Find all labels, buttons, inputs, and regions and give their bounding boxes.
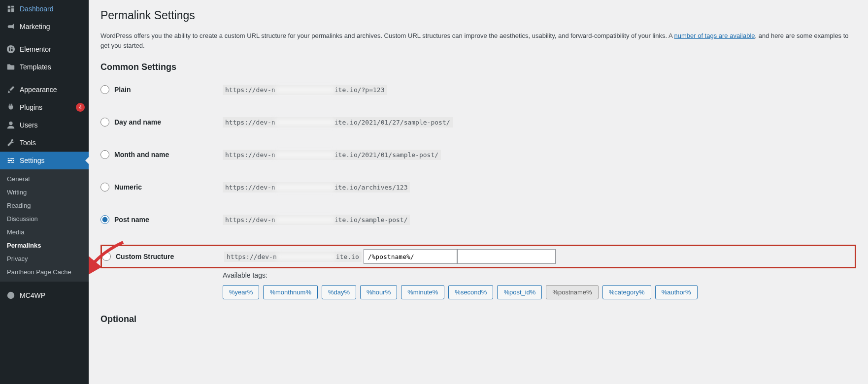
option-row-post-name: Post name https://dev-nxxxxxxxxxxite.io/… bbox=[100, 212, 856, 227]
submenu-item-general[interactable]: General bbox=[0, 172, 89, 186]
user-icon bbox=[6, 120, 16, 130]
sidebar-item-plugins[interactable]: Plugins 4 bbox=[0, 98, 89, 116]
wrench-icon bbox=[6, 138, 16, 148]
submenu-item-writing[interactable]: Writing bbox=[0, 186, 89, 199]
option-row-custom: Custom Structure https://dev-nxxxxxxxxxx… bbox=[100, 245, 856, 268]
sidebar-item-label: Settings bbox=[20, 157, 85, 164]
submenu-item-reading[interactable]: Reading bbox=[0, 199, 89, 212]
sidebar-item-label: Appearance bbox=[20, 86, 85, 94]
page-description: WordPress offers you the ability to crea… bbox=[100, 31, 856, 50]
example-plain: https://dev-nxxxxxxxxxxite.io/?p=123 bbox=[223, 85, 387, 95]
svg-rect-3 bbox=[11, 49, 13, 50]
radio-label-custom[interactable]: Custom Structure bbox=[102, 252, 224, 261]
option-row-day-name: Day and name https://dev-nxxxxxxxxxxite.… bbox=[100, 115, 856, 129]
tag-day[interactable]: %day% bbox=[322, 285, 356, 299]
sidebar-item-settings[interactable]: Settings bbox=[0, 152, 89, 169]
brush-icon bbox=[6, 85, 16, 95]
svg-rect-4 bbox=[11, 50, 13, 51]
settings-submenu: General Writing Reading Discussion Media… bbox=[0, 169, 89, 282]
admin-sidebar: Dashboard Marketing Elementor Templates … bbox=[0, 0, 89, 384]
sidebar-item-elementor[interactable]: Elementor bbox=[0, 40, 89, 58]
tag-author[interactable]: %author% bbox=[655, 285, 698, 299]
sidebar-item-users[interactable]: Users bbox=[0, 116, 89, 134]
sidebar-item-label: Dashboard bbox=[20, 5, 85, 13]
sidebar-item-tools[interactable]: Tools bbox=[0, 134, 89, 152]
dashboard-icon bbox=[6, 4, 16, 14]
radio-month-name[interactable] bbox=[100, 150, 109, 159]
option-row-numeric: Numeric https://dev-nxxxxxxxxxxite.io/ar… bbox=[100, 180, 856, 194]
example-day-name: https://dev-nxxxxxxxxxxite.io/2021/01/27… bbox=[223, 117, 453, 128]
submenu-item-privacy[interactable]: Privacy bbox=[0, 252, 89, 265]
page-title: Permalink Settings bbox=[100, 9, 856, 22]
tag-monthnum[interactable]: %monthnum% bbox=[263, 285, 318, 299]
radio-label-day-name[interactable]: Day and name bbox=[100, 118, 223, 127]
available-tags-label: Available tags: bbox=[223, 271, 856, 279]
elementor-icon bbox=[6, 44, 16, 54]
example-post-name: https://dev-nxxxxxxxxxxite.io/sample-pos… bbox=[223, 215, 410, 225]
radio-custom[interactable] bbox=[102, 252, 111, 261]
example-numeric: https://dev-nxxxxxxxxxxite.io/archives/1… bbox=[223, 182, 410, 192]
available-tags: %year% %monthnum% %day% %hour% %minute% … bbox=[223, 285, 856, 299]
content-area: Permalink Settings WordPress offers you … bbox=[89, 0, 868, 384]
plug-icon bbox=[6, 102, 16, 112]
radio-numeric[interactable] bbox=[100, 183, 109, 192]
optional-heading: Optional bbox=[100, 314, 856, 324]
tags-doc-link[interactable]: number of tags are available bbox=[674, 32, 755, 39]
tag-second[interactable]: %second% bbox=[448, 285, 493, 299]
option-row-plain: Plain https://dev-nxxxxxxxxxxite.io/?p=1… bbox=[100, 82, 856, 97]
tag-post-id[interactable]: %post_id% bbox=[497, 285, 542, 299]
submenu-item-pantheon[interactable]: Pantheon Page Cache bbox=[0, 265, 89, 279]
radio-label-post-name[interactable]: Post name bbox=[100, 215, 223, 224]
folder-icon bbox=[6, 62, 16, 72]
sidebar-item-label: Marketing bbox=[20, 23, 85, 31]
svg-point-5 bbox=[9, 122, 12, 125]
common-settings-heading: Common Settings bbox=[100, 62, 856, 72]
custom-base-url: https://dev-nxxxxxxxxxxite.io bbox=[224, 252, 362, 262]
custom-structure-input-extra[interactable] bbox=[457, 249, 556, 264]
svg-point-6 bbox=[7, 292, 14, 299]
radio-post-name[interactable] bbox=[100, 215, 109, 224]
svg-rect-1 bbox=[9, 47, 10, 51]
sidebar-item-marketing[interactable]: Marketing bbox=[0, 18, 89, 35]
submenu-item-permalinks[interactable]: Permalinks bbox=[0, 239, 89, 252]
radio-label-month-name[interactable]: Month and name bbox=[100, 150, 223, 159]
sidebar-item-label: Templates bbox=[20, 63, 85, 71]
sidebar-item-appearance[interactable]: Appearance bbox=[0, 81, 89, 98]
sidebar-item-label: Users bbox=[20, 121, 85, 129]
radio-day-name[interactable] bbox=[100, 118, 109, 127]
submenu-item-discussion[interactable]: Discussion bbox=[0, 212, 89, 225]
custom-structure-input[interactable] bbox=[364, 249, 457, 264]
sidebar-item-mc4wp[interactable]: MC4WP bbox=[0, 287, 89, 304]
option-row-month-name: Month and name https://dev-nxxxxxxxxxxit… bbox=[100, 147, 856, 162]
svg-rect-2 bbox=[11, 47, 13, 48]
sidebar-item-templates[interactable]: Templates bbox=[0, 58, 89, 76]
tag-year[interactable]: %year% bbox=[223, 285, 259, 299]
tag-postname[interactable]: %postname% bbox=[546, 285, 598, 299]
sidebar-item-label: Plugins bbox=[20, 103, 73, 111]
submenu-item-media[interactable]: Media bbox=[0, 225, 89, 239]
tag-minute[interactable]: %minute% bbox=[401, 285, 444, 299]
sidebar-item-label: MC4WP bbox=[20, 291, 85, 299]
tag-hour[interactable]: %hour% bbox=[360, 285, 397, 299]
mailchimp-icon bbox=[6, 290, 16, 300]
update-badge: 4 bbox=[76, 103, 85, 112]
radio-plain[interactable] bbox=[100, 85, 109, 94]
example-month-name: https://dev-nxxxxxxxxxxite.io/2021/01/sa… bbox=[223, 150, 441, 160]
sidebar-item-dashboard[interactable]: Dashboard bbox=[0, 0, 89, 18]
megaphone-icon bbox=[6, 22, 16, 32]
sidebar-item-label: Elementor bbox=[20, 45, 85, 53]
sliders-icon bbox=[6, 156, 16, 165]
radio-label-numeric[interactable]: Numeric bbox=[100, 183, 223, 192]
sidebar-item-label: Tools bbox=[20, 139, 85, 147]
tag-category[interactable]: %category% bbox=[602, 285, 651, 299]
radio-label-plain[interactable]: Plain bbox=[100, 85, 223, 94]
